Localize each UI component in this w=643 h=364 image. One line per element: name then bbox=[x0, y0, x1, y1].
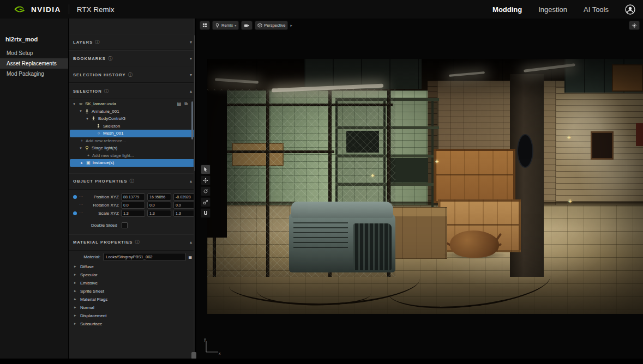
material-group-material-flags[interactable]: ▸ Material Flags bbox=[69, 295, 196, 304]
tree-item-mesh-001[interactable]: ○ Mesh_001 bbox=[70, 130, 195, 137]
chevron-down-icon[interactable]: ▾ bbox=[190, 72, 192, 77]
section-material-properties[interactable]: MATERIAL PROPERTIES ⓘ ▴ bbox=[69, 234, 196, 251]
move-tool-button[interactable] bbox=[201, 175, 211, 185]
section-label: SELECTION bbox=[73, 89, 102, 94]
rotation-y-input[interactable] bbox=[147, 202, 171, 209]
viewport-tool-column bbox=[201, 165, 211, 218]
tree-item-add-stage-light[interactable]: + Add new stage light... bbox=[69, 152, 196, 160]
tree-item-armature[interactable]: ▾ Armature_001 bbox=[69, 108, 196, 116]
chevron-right-icon: ▸ bbox=[74, 264, 77, 269]
chevron-up-icon[interactable]: ▴ bbox=[190, 89, 192, 94]
chevron-right-icon: ▸ bbox=[74, 281, 77, 285]
section-layers[interactable]: LAYERS ⓘ ▾ bbox=[69, 34, 196, 50]
material-path-field[interactable]: Looks/StingrayPBS1_002 bbox=[103, 253, 186, 261]
chevron-right-icon[interactable]: ▸ bbox=[290, 23, 292, 28]
scale-y-input[interactable] bbox=[147, 210, 171, 217]
duplicate-icon[interactable]: ⧉ bbox=[184, 101, 188, 107]
chevron-right-icon: ▸ bbox=[74, 289, 77, 293]
info-icon: ⓘ bbox=[108, 56, 112, 62]
scale-row: ⋯ Scale XYZ bbox=[69, 209, 196, 217]
svg-text:y: y bbox=[204, 337, 206, 342]
scene-vignette bbox=[207, 59, 643, 314]
material-row: Material: Looks/StingrayPBS1_002 ≡ bbox=[69, 251, 196, 263]
scale-z-input[interactable] bbox=[173, 210, 196, 217]
material-group-normal[interactable]: ▸ Normal bbox=[69, 304, 196, 312]
top-navigation: Modding Ingestion AI Tools bbox=[492, 4, 643, 15]
material-group-specular[interactable]: ▸ Specular bbox=[69, 271, 196, 279]
perspective-dropdown[interactable]: Perspective bbox=[255, 21, 288, 30]
double-sided-row: Double Sided bbox=[69, 222, 196, 229]
tree-item-instances[interactable]: ▸ ▣ instance(s) bbox=[70, 159, 195, 167]
modified-indicator[interactable] bbox=[73, 211, 77, 215]
chevron-down-icon[interactable]: ▾ bbox=[85, 117, 89, 121]
properties-panel: LAYERS ⓘ ▾ BOOKMARKS ⓘ ▾ SELECTION HISTO… bbox=[68, 19, 196, 359]
nvidia-eye-icon bbox=[14, 5, 27, 14]
tree-item-label: Armature_001 bbox=[92, 109, 119, 114]
sidebar-item-asset-replacements[interactable]: Asset Replacements bbox=[0, 58, 68, 69]
material-group-diffuse[interactable]: ▸ Diffuse bbox=[69, 263, 196, 271]
tree-item-stage-lights[interactable]: ▾ Stage light(s) bbox=[69, 144, 196, 152]
viewport-canvas[interactable]: + + + + bbox=[207, 59, 643, 314]
light-bulb-icon bbox=[85, 145, 90, 150]
section-label: MATERIAL PROPERTIES bbox=[73, 240, 133, 245]
row-menu-icon[interactable]: ⋯ bbox=[79, 203, 83, 207]
position-z-input[interactable] bbox=[173, 193, 196, 201]
tree-item-sk-lamarr[interactable]: ▾ ∞ SK_lamarr.usda ▤ ⧉ bbox=[69, 100, 196, 108]
chevron-down-icon[interactable]: ▾ bbox=[190, 40, 192, 45]
section-selection[interactable]: SELECTION ⓘ ▴ bbox=[69, 83, 196, 99]
viewport-settings-button[interactable] bbox=[629, 21, 640, 30]
snap-tool-button[interactable] bbox=[201, 208, 211, 218]
camera-button[interactable] bbox=[241, 21, 253, 30]
material-group-emissive[interactable]: ▸ Emissive bbox=[69, 279, 196, 287]
tree-item-skeleton[interactable]: Skeleton bbox=[69, 123, 196, 130]
material-group-subsurface[interactable]: ▸ Subsurface bbox=[69, 320, 196, 328]
chevron-right-icon: ▸ bbox=[74, 313, 77, 318]
select-tool-button[interactable] bbox=[201, 165, 211, 174]
section-bookmarks[interactable]: BOOKMARKS ⓘ ▾ bbox=[69, 50, 196, 66]
section-object-properties[interactable]: OBJECT PROPERTIES ⓘ ▴ bbox=[69, 173, 196, 190]
chevron-down-icon[interactable]: ▾ bbox=[79, 146, 83, 150]
chevron-up-icon[interactable]: ▴ bbox=[190, 179, 192, 184]
skeleton-icon bbox=[96, 124, 101, 129]
section-selection-history[interactable]: SELECTION HISTORY ⓘ ▾ bbox=[69, 66, 196, 83]
sidebar-item-mod-packaging[interactable]: Mod Packaging bbox=[0, 69, 68, 79]
cube-icon bbox=[257, 23, 262, 28]
nav-tab-modding[interactable]: Modding bbox=[492, 5, 522, 14]
user-profile-icon[interactable] bbox=[625, 4, 635, 15]
scale-tool-button[interactable] bbox=[201, 197, 211, 207]
rotation-z-input[interactable] bbox=[173, 202, 196, 209]
hamburger-menu-icon[interactable]: ≡ bbox=[189, 254, 193, 260]
tree-scrollbar[interactable] bbox=[191, 101, 193, 139]
position-x-input[interactable] bbox=[121, 193, 145, 201]
double-sided-checkbox[interactable] bbox=[122, 222, 128, 228]
tree-item-add-reference[interactable]: + Add new reference... bbox=[69, 137, 196, 145]
tree-item-bodycontrol[interactable]: ▾ BodyControlG bbox=[69, 115, 196, 123]
rotate-tool-button[interactable] bbox=[201, 186, 211, 196]
viewport-grid-button[interactable] bbox=[200, 21, 210, 30]
modified-indicator[interactable] bbox=[73, 203, 77, 207]
chevron-down-icon[interactable]: ▾ bbox=[79, 109, 83, 113]
top-bar: NVIDIA RTX Remix Modding Ingestion AI To… bbox=[0, 0, 643, 19]
nav-tab-ingestion[interactable]: Ingestion bbox=[538, 5, 567, 14]
nav-tab-ai-tools[interactable]: AI Tools bbox=[584, 5, 609, 14]
chevron-down-icon[interactable]: ▾ bbox=[190, 56, 192, 61]
remix-lighting-dropdown[interactable]: Remix ▾ bbox=[212, 21, 239, 30]
info-icon: ⓘ bbox=[128, 72, 133, 78]
info-icon: ⓘ bbox=[95, 39, 99, 45]
material-group-displacement[interactable]: ▸ Displacement bbox=[69, 312, 196, 320]
layers-icon[interactable]: ▤ bbox=[177, 101, 182, 107]
row-menu-icon[interactable]: ⋯ bbox=[79, 211, 83, 215]
material-group-sprite-sheet[interactable]: ▸ Sprite Sheet bbox=[69, 287, 196, 295]
rotation-x-input[interactable] bbox=[121, 202, 145, 209]
chevron-right-icon: ▸ bbox=[74, 321, 77, 326]
sidebar-item-mod-setup[interactable]: Mod Setup bbox=[0, 48, 68, 58]
selection-tree: ▾ ∞ SK_lamarr.usda ▤ ⧉ ▾ Armature_001 ▾ bbox=[69, 99, 196, 168]
row-menu-icon[interactable]: ⋯ bbox=[79, 195, 83, 199]
position-row: ⋯ Position XYZ bbox=[69, 193, 196, 201]
chevron-right-icon[interactable]: ▸ bbox=[80, 161, 84, 165]
position-y-input[interactable] bbox=[147, 193, 171, 201]
scale-x-input[interactable] bbox=[121, 210, 145, 217]
modified-indicator[interactable] bbox=[73, 195, 77, 199]
chevron-up-icon[interactable]: ▴ bbox=[190, 240, 192, 245]
chevron-down-icon[interactable]: ▾ bbox=[72, 102, 76, 106]
